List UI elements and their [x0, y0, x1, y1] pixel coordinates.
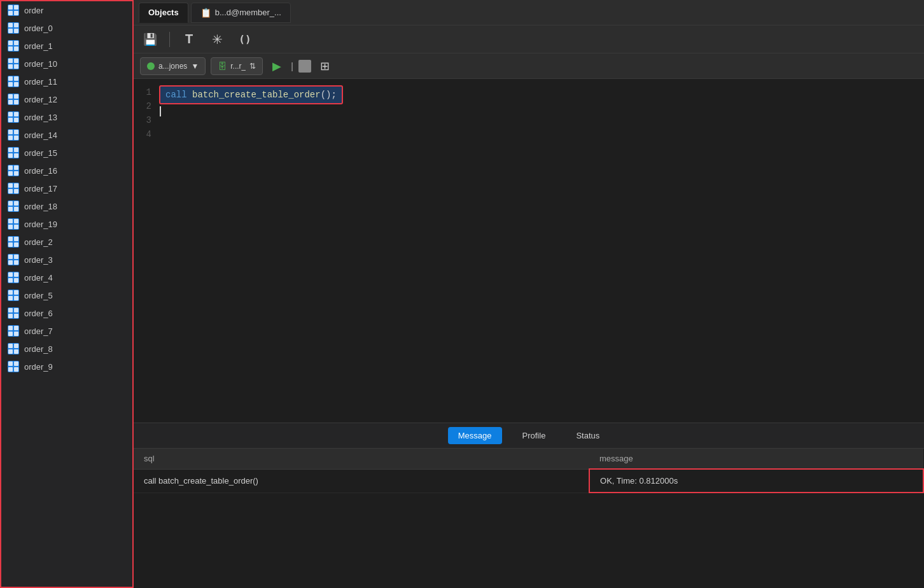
tab-objects-label: Objects — [148, 8, 179, 17]
parens: (); — [321, 90, 337, 100]
table-header-row: sql message — [134, 449, 923, 469]
svg-rect-66 — [8, 237, 13, 241]
svg-rect-84 — [14, 296, 18, 300]
sidebar-item[interactable]: order_2 — [1, 233, 132, 251]
sidebar-item[interactable]: order_9 — [1, 358, 132, 375]
sidebar-item[interactable]: order_14 — [1, 126, 132, 144]
svg-rect-14 — [14, 46, 18, 51]
sidebar-item[interactable]: order_4 — [1, 269, 132, 286]
wrap-button[interactable]: () — [236, 31, 254, 48]
sidebar-item-label: order_4 — [24, 273, 53, 283]
code-content: call batch_create_table_order(); — [159, 85, 924, 416]
svg-rect-2 — [14, 5, 18, 10]
svg-rect-31 — [8, 112, 13, 116]
svg-rect-37 — [14, 130, 18, 134]
svg-rect-17 — [14, 59, 18, 63]
sidebar-item-label: order_14 — [24, 130, 57, 140]
magic-button[interactable]: ✳ — [208, 31, 226, 48]
svg-rect-39 — [14, 136, 18, 140]
svg-rect-79 — [14, 278, 18, 283]
sidebar-item[interactable]: order_5 — [1, 286, 132, 304]
svg-rect-36 — [8, 130, 13, 134]
tab-objects[interactable]: Objects — [139, 3, 188, 23]
table-icon — [8, 254, 19, 265]
sidebar-item[interactable]: order_11 — [1, 73, 132, 90]
sidebar-item[interactable]: order_12 — [1, 90, 132, 108]
sidebar-item[interactable]: order_7 — [1, 322, 132, 340]
sidebar-item[interactable]: order_0 — [1, 19, 132, 37]
sidebar-item[interactable]: order_19 — [1, 215, 132, 233]
database-button[interactable]: 🗄 r...r_ ⇅ — [211, 57, 263, 75]
svg-rect-102 — [14, 361, 18, 366]
table-icon — [8, 272, 19, 283]
svg-rect-73 — [8, 260, 13, 265]
table-icon — [8, 325, 19, 337]
connection-button[interactable]: a...jones ▼ — [140, 57, 206, 75]
sidebar-item[interactable]: order_15 — [1, 144, 132, 162]
tab-query[interactable]: 📋 b...d@member_... — [191, 3, 291, 23]
svg-rect-99 — [14, 349, 18, 354]
sidebar-item[interactable]: order_16 — [1, 162, 132, 179]
save-button[interactable]: 💾 — [141, 31, 159, 48]
svg-rect-63 — [8, 225, 13, 229]
svg-rect-43 — [8, 153, 13, 158]
sidebar-item[interactable]: order_8 — [1, 340, 132, 358]
toolbar-divider — [169, 32, 170, 47]
col-header-sql: sql — [134, 449, 589, 469]
svg-rect-91 — [8, 326, 13, 330]
sidebar-item[interactable]: order_13 — [1, 108, 132, 126]
table-icon — [8, 200, 19, 212]
svg-rect-53 — [8, 189, 13, 193]
sidebar-item[interactable]: order_10 — [1, 55, 132, 73]
code-line-3 — [159, 118, 924, 132]
table-row: call batch_create_table_order() OK, Time… — [134, 469, 923, 493]
sidebar-item-label: order_18 — [24, 202, 57, 211]
result-tab-profile[interactable]: Profile — [512, 427, 556, 444]
table-icon — [8, 94, 19, 105]
svg-rect-27 — [14, 94, 18, 99]
code-editor[interactable]: 1 2 3 4 call batch_create_table_order(); — [134, 79, 924, 423]
svg-rect-88 — [8, 314, 13, 318]
format-button[interactable]: T — [180, 31, 198, 48]
run-button[interactable]: ▶ — [268, 57, 286, 75]
sidebar-item-label: order_2 — [24, 237, 53, 247]
svg-rect-38 — [8, 136, 13, 140]
result-tab-message[interactable]: Message — [448, 427, 502, 444]
run-icon: ▶ — [272, 59, 281, 73]
connection-dot — [147, 62, 155, 70]
db-arrows: ⇅ — [249, 62, 256, 71]
svg-rect-64 — [14, 225, 18, 229]
keyword-call: call — [165, 90, 192, 100]
sidebar-item[interactable]: order_6 — [1, 304, 132, 322]
svg-rect-59 — [14, 207, 18, 211]
svg-rect-56 — [8, 201, 13, 206]
svg-rect-51 — [8, 183, 13, 188]
svg-rect-67 — [14, 237, 18, 241]
svg-rect-13 — [8, 46, 13, 51]
sidebar-item[interactable]: order — [1, 1, 132, 19]
query-toolbar: a...jones ▼ 🗄 r...r_ ⇅ ▶ | ⊞ — [134, 53, 924, 79]
sidebar-item[interactable]: order_17 — [1, 179, 132, 197]
svg-rect-1 — [8, 5, 13, 10]
sidebar-item-label: order_6 — [24, 309, 53, 318]
sidebar-item-label: order — [24, 6, 43, 15]
sidebar-item[interactable]: order_1 — [1, 37, 132, 55]
svg-rect-4 — [14, 11, 18, 15]
sidebar-item[interactable]: order_3 — [1, 251, 132, 269]
svg-rect-94 — [14, 332, 18, 336]
table-icon — [8, 58, 19, 69]
stop-button[interactable] — [298, 60, 311, 73]
wrap-icon: () — [239, 33, 251, 45]
query-tab-icon: 📋 — [200, 8, 211, 18]
db-label: r...r_ — [230, 62, 246, 71]
sidebar-item-label: order_1 — [24, 41, 53, 51]
sidebar-item[interactable]: order_18 — [1, 197, 132, 215]
svg-rect-57 — [14, 201, 18, 206]
result-tab-status[interactable]: Status — [566, 427, 610, 444]
layout-button[interactable]: ⊞ — [316, 57, 334, 75]
svg-rect-104 — [14, 367, 18, 372]
svg-rect-54 — [14, 189, 18, 193]
svg-rect-18 — [8, 64, 13, 69]
svg-rect-33 — [8, 118, 13, 122]
table-icon — [8, 290, 19, 301]
